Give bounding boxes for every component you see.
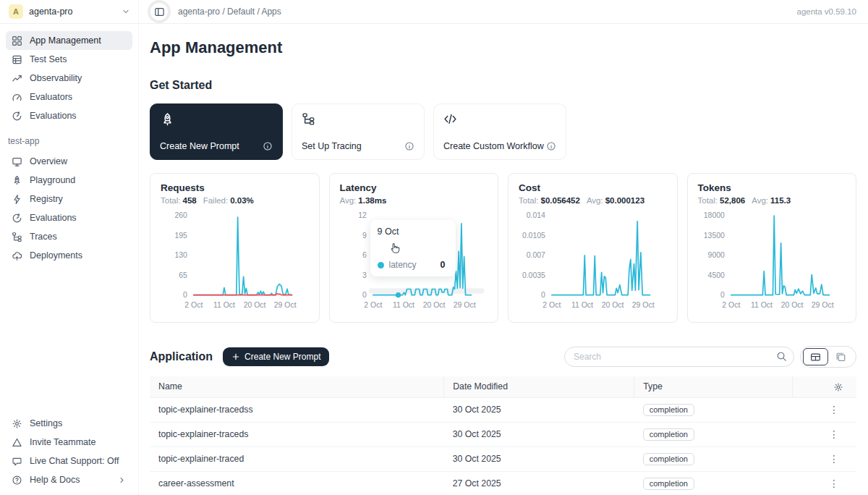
- metric-stats: Avg:1.38ms: [340, 196, 488, 205]
- hand-cursor-icon: [388, 242, 401, 255]
- info-icon[interactable]: [263, 141, 273, 151]
- sidebar-item-invite-teammate[interactable]: Invite Teammate: [6, 433, 132, 452]
- sidebar-item-live-chat-support-off[interactable]: Live Chat Support: Off: [6, 452, 132, 470]
- svg-text:29 Oct: 29 Oct: [811, 301, 833, 309]
- column-settings-gear-icon[interactable]: [833, 382, 843, 392]
- date-modified-cell: 30 Oct 2025: [444, 397, 634, 422]
- metrics-row: Requests Total:458Failed:0.03% 065130195…: [150, 173, 856, 323]
- table-row[interactable]: topic-explainer-traceds 30 Oct 2025 comp…: [150, 422, 856, 447]
- testsets-icon: [12, 54, 22, 65]
- table-view-icon: [810, 352, 821, 363]
- column-header-date-modified: Date Modified: [444, 376, 634, 397]
- sidebar-app-nav: Overview Playground Registry Evaluations…: [6, 152, 132, 265]
- create-new-prompt-button[interactable]: Create New Prompt: [223, 347, 329, 366]
- series-dot: [378, 262, 384, 268]
- sidebar-item-deployments[interactable]: Deployments: [6, 246, 132, 265]
- metric-card-latency: Latency Avg:1.38ms 0369122 Oct11 Oct20 O…: [329, 173, 499, 323]
- metric-stats: Total:$0.056452Avg:$0.000123: [519, 196, 667, 205]
- svg-text:13500: 13500: [703, 232, 724, 240]
- table-row[interactable]: career-assessment 27 Oct 2025 completion…: [150, 471, 856, 495]
- mini-line-chart[interactable]: 00.00350.0070.01050.0142 Oct11 Oct20 Oct…: [519, 208, 667, 318]
- rocket-icon: [160, 112, 175, 127]
- sidebar-collapse-button[interactable]: [150, 3, 168, 20]
- type-badge: completion: [643, 404, 694, 416]
- type-cell: completion: [634, 397, 793, 422]
- page-title: App Management: [150, 38, 856, 57]
- get-started-card-set-up-tracing[interactable]: Set Up Tracing: [292, 103, 425, 160]
- svg-text:0.0105: 0.0105: [522, 232, 545, 240]
- svg-text:2 Oct: 2 Oct: [184, 301, 203, 309]
- help-icon: [12, 475, 22, 486]
- sidebar-item-evaluations[interactable]: Evaluations: [6, 208, 132, 227]
- sidebar-item-help-docs[interactable]: Help & Docs: [6, 470, 132, 489]
- metric-chart: 00.00350.0070.01050.0142 Oct11 Oct20 Oct…: [519, 208, 667, 321]
- card-view-button[interactable]: [828, 348, 854, 365]
- info-icon[interactable]: [546, 141, 556, 151]
- mini-line-chart[interactable]: 04500900013500180002 Oct11 Oct20 Oct29 O…: [698, 208, 846, 318]
- kebab-menu-icon[interactable]: ⋮: [826, 453, 842, 465]
- tooltip-value: 0: [441, 260, 448, 270]
- invite-icon: [12, 437, 22, 448]
- kebab-menu-icon[interactable]: ⋮: [826, 404, 842, 415]
- sidebar-item-settings[interactable]: Settings: [6, 414, 132, 433]
- svg-text:0: 0: [183, 291, 187, 299]
- workspace-avatar: A: [9, 4, 23, 19]
- card-label: Set Up Tracing: [302, 141, 362, 151]
- get-started-title: Get Started: [150, 79, 856, 92]
- info-icon[interactable]: [404, 141, 414, 151]
- chat-icon: [12, 456, 22, 467]
- table-row[interactable]: topic-explainer-traced 30 Oct 2025 compl…: [150, 447, 856, 471]
- applications-header: Application Create New Prompt: [150, 346, 856, 368]
- observability-icon: [12, 73, 22, 84]
- sidebar-item-traces[interactable]: Traces: [6, 227, 132, 246]
- sidebar-item-playground[interactable]: Playground: [6, 171, 132, 190]
- sidebar-bottom-nav: Settings Invite Teammate Live Chat Suppo…: [6, 414, 132, 489]
- mini-line-chart[interactable]: 0651301952602 Oct11 Oct20 Oct29 Oct: [161, 208, 309, 318]
- lightning-icon: [12, 194, 22, 205]
- card-view-icon: [835, 352, 846, 363]
- workspace-selector[interactable]: A agenta-pro: [0, 0, 139, 24]
- column-header-name: Name: [150, 376, 444, 397]
- svg-text:20 Oct: 20 Oct: [422, 301, 445, 309]
- sidebar-item-test-sets[interactable]: Test Sets: [6, 50, 132, 69]
- get-started-card-create-custom-workflow[interactable]: Create Custom Workflow: [433, 103, 566, 160]
- type-cell: completion: [634, 447, 793, 471]
- search-icon[interactable]: [776, 351, 787, 362]
- kebab-menu-icon[interactable]: ⋮: [826, 478, 842, 489]
- table-row[interactable]: topic-explainer-tracedss 30 Oct 2025 com…: [150, 397, 856, 422]
- sidebar: App Management Test Sets Observability E…: [0, 24, 139, 495]
- kebab-menu-icon[interactable]: ⋮: [826, 428, 842, 440]
- sidebar-item-overview[interactable]: Overview: [6, 152, 132, 171]
- search-input[interactable]: [564, 347, 794, 367]
- sidebar-item-evaluators[interactable]: Evaluators: [6, 88, 132, 106]
- sidebar-item-app-management[interactable]: App Management: [6, 31, 132, 50]
- svg-text:2 Oct: 2 Oct: [542, 301, 561, 309]
- svg-text:2 Oct: 2 Oct: [364, 301, 382, 309]
- code-icon: [443, 112, 457, 126]
- tooltip-date: 9 Oct: [378, 227, 448, 237]
- svg-text:18000: 18000: [703, 211, 724, 219]
- table-view-button[interactable]: [803, 348, 828, 365]
- metric-stats: Total:458Failed:0.03%: [161, 196, 309, 205]
- view-toggle: [800, 346, 856, 368]
- breadcrumb[interactable]: agenta-pro / Default / Apps: [178, 7, 281, 17]
- svg-text:0: 0: [720, 291, 725, 299]
- svg-text:20 Oct: 20 Oct: [244, 301, 266, 309]
- evaluations-icon: [12, 213, 22, 224]
- metric-chart: 0651301952602 Oct11 Oct20 Oct29 Oct: [161, 208, 309, 321]
- svg-text:11 Oct: 11 Oct: [213, 301, 235, 309]
- sidebar-item-evaluations[interactable]: Evaluations: [6, 106, 132, 125]
- app-root: A agenta-pro agenta-pro / Default / Apps…: [0, 0, 868, 495]
- svg-text:0: 0: [541, 291, 545, 299]
- plus-icon: [231, 352, 240, 361]
- search-box: [564, 347, 794, 367]
- svg-text:11 Oct: 11 Oct: [392, 301, 414, 309]
- svg-text:9000: 9000: [707, 251, 724, 259]
- get-started-card-create-new-prompt[interactable]: Create New Prompt: [150, 103, 283, 160]
- sidebar-item-observability[interactable]: Observability: [6, 69, 132, 88]
- metric-chart: 04500900013500180002 Oct11 Oct20 Oct29 O…: [698, 208, 846, 321]
- type-cell: completion: [634, 471, 793, 495]
- metric-title: Requests: [161, 182, 309, 193]
- traces-icon: [12, 232, 22, 242]
- sidebar-item-registry[interactable]: Registry: [6, 190, 132, 208]
